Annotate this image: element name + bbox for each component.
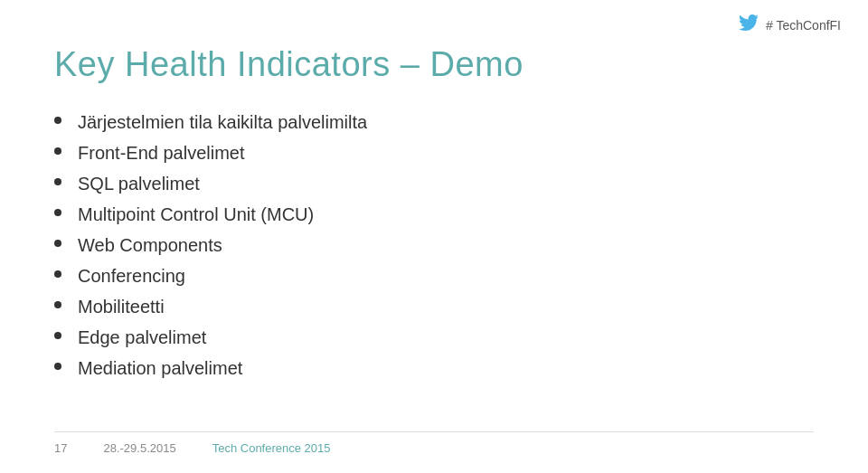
twitter-icon <box>739 14 759 35</box>
bullet-list: Järjestelmien tila kaikilta palvelimilta… <box>54 109 814 381</box>
bullet-dot-icon <box>54 363 61 370</box>
footer-date: 28.-29.5.2015 <box>103 441 175 455</box>
list-item: Front-End palvelimet <box>54 140 814 166</box>
footer: 17 28.-29.5.2015 Tech Conference 2015 <box>54 431 814 455</box>
list-item: Järjestelmien tila kaikilta palvelimilta <box>54 109 814 135</box>
bullet-dot-icon <box>54 270 61 278</box>
bullet-text: Conferencing <box>78 263 185 289</box>
slide-title: Key Health Indicators – Demo <box>54 45 814 84</box>
bullet-text: Multipoint Control Unit (MCU) <box>78 202 314 227</box>
footer-conference: Tech Conference 2015 <box>212 441 331 455</box>
hashtag-text: # TechConfFI <box>766 18 841 33</box>
header-bar: # TechConfFI <box>739 14 841 35</box>
bullet-dot-icon <box>54 178 61 185</box>
bullet-text: Mobiliteetti <box>78 294 165 319</box>
bullet-dot-icon <box>54 117 61 124</box>
list-item: Edge palvelimet <box>54 325 814 350</box>
bullet-text: Mediation palvelimet <box>78 355 242 381</box>
bullet-text: Web Components <box>78 232 222 258</box>
list-item: SQL palvelimet <box>54 171 814 196</box>
bullet-dot-icon <box>54 209 61 216</box>
bullet-text: Edge palvelimet <box>78 325 206 350</box>
list-item: Conferencing <box>54 263 814 289</box>
bullet-text: Front-End palvelimet <box>78 140 245 166</box>
bullet-text: SQL palvelimet <box>78 171 200 196</box>
list-item: Mediation palvelimet <box>54 355 814 381</box>
slide: # TechConfFI Key Health Indicators – Dem… <box>0 0 868 473</box>
bullet-dot-icon <box>54 301 61 308</box>
list-item: Mobiliteetti <box>54 294 814 319</box>
bullet-dot-icon <box>54 332 61 339</box>
list-item: Web Components <box>54 232 814 258</box>
bullet-dot-icon <box>54 240 61 247</box>
slide-number: 17 <box>54 441 67 455</box>
list-item: Multipoint Control Unit (MCU) <box>54 202 814 227</box>
bullet-text: Järjestelmien tila kaikilta palvelimilta <box>78 109 367 135</box>
bullet-dot-icon <box>54 147 61 155</box>
